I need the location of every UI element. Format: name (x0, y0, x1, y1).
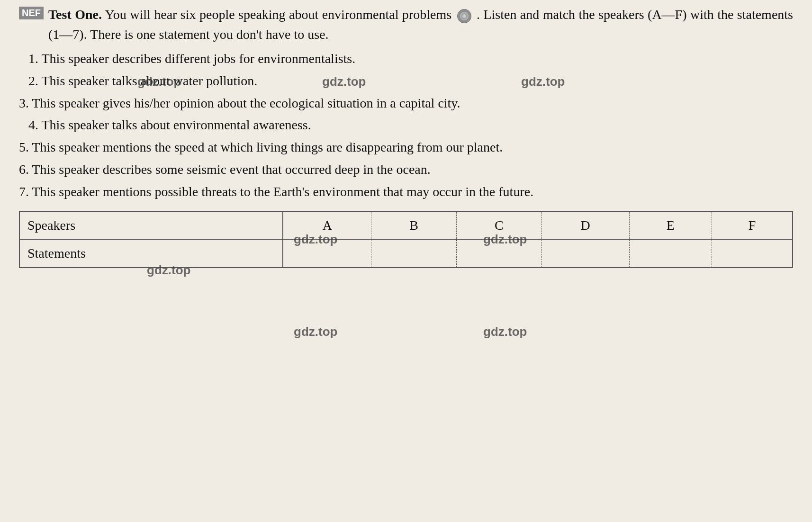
intro-text1: You will hear six people speaking about … (105, 7, 455, 22)
statement-6: 6. This speaker describes some seismic e… (19, 159, 793, 180)
stmt-text-4: This speaker talks about environmental a… (42, 117, 311, 132)
table-cell-a[interactable] (283, 239, 371, 268)
stmt-num-3: 3. (19, 96, 29, 110)
page-container: gdz.top gdz.top gdz.top gdz.top gdz.top … (0, 0, 812, 522)
table-header-row: Speakers A B C D E F (19, 212, 793, 239)
table-cell-e[interactable] (629, 239, 712, 268)
table-row-statements: Statements (19, 239, 793, 268)
watermark-7: gdz.top (294, 324, 337, 339)
statement-4: 4. This speaker talks about environmenta… (19, 115, 793, 136)
statement-2: 2. This speaker talks about water pollut… (19, 71, 793, 92)
stmt-num-7: 7. (19, 184, 29, 199)
table-col-speakers: Speakers (19, 212, 283, 239)
table-col-c: C (457, 212, 542, 239)
table-cell-c[interactable] (457, 239, 542, 268)
statements-list: 1. This speaker describes different jobs… (19, 48, 793, 203)
stmt-text-2: This speaker talks about water pollution… (42, 73, 258, 88)
stmt-text-5: This speaker mentions the speed at which… (32, 140, 503, 154)
table-header: Speakers A B C D E F (19, 212, 793, 239)
nef-badge: NEF (19, 7, 44, 19)
table-col-b: B (371, 212, 457, 239)
answer-table: Speakers A B C D E F Statements (19, 211, 793, 268)
statement-1: 1. This speaker describes different jobs… (19, 48, 793, 70)
table-body: Statements (19, 239, 793, 268)
table-col-e: E (629, 212, 712, 239)
stmt-text-7: This speaker mentions possible threats t… (32, 184, 534, 199)
stmt-text-6: This speaker describes some seismic even… (32, 162, 431, 177)
stmt-num-1: 1. (28, 51, 38, 66)
stmt-num-2: 2. (28, 73, 38, 88)
watermark-8: gdz.top (483, 324, 527, 339)
stmt-text-3: This speaker gives his/her opinion about… (32, 96, 460, 110)
intro-paragraph: Test One. You will hear six people speak… (48, 5, 793, 45)
table-col-a: A (283, 212, 371, 239)
table-statements-label: Statements (19, 239, 283, 268)
statement-7: 7. This speaker mentions possible threat… (19, 181, 793, 203)
stmt-num-6: 6. (19, 162, 29, 177)
table-cell-f[interactable] (712, 239, 793, 268)
intro-block: NEF Test One. You will hear six people s… (19, 5, 793, 45)
test-label: Test One. (48, 7, 102, 22)
table-col-f: F (712, 212, 793, 239)
table-col-d: D (541, 212, 629, 239)
statement-5: 5. This speaker mentions the speed at wh… (19, 137, 793, 158)
stmt-text-1: This speaker describes different jobs fo… (42, 51, 356, 66)
cd-icon (457, 9, 471, 23)
stmt-num-5: 5. (19, 140, 29, 154)
table-cell-b[interactable] (371, 239, 457, 268)
table-cell-d[interactable] (541, 239, 629, 268)
statement-3: 3. This speaker gives his/her opinion ab… (19, 93, 793, 114)
stmt-num-4: 4. (28, 117, 38, 132)
